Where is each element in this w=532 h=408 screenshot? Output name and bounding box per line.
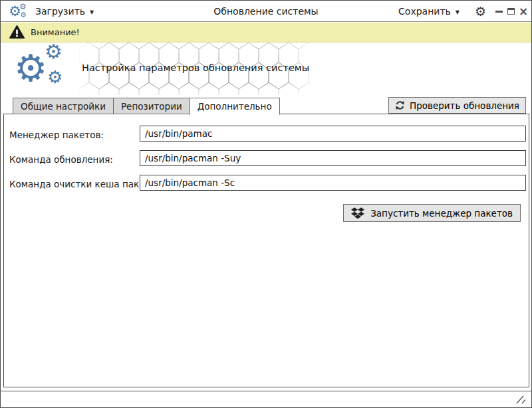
additional-tab-panel: Менеджер пакетов: Команда обновления: Ко… (3, 114, 529, 387)
app-window: ⚙ ⚙ ⚙ Загрузить ▼ Обновление системы Сох… (0, 0, 532, 408)
load-menu-label: Загрузить (35, 6, 85, 17)
update-command-label: Команда обновления: (9, 154, 113, 165)
gear-icon: ⚙ (475, 4, 486, 19)
settings-gear-button[interactable]: ⚙ (475, 1, 486, 22)
app-logo-gears: ⚙ ⚙ ⚙ (14, 45, 75, 95)
gear-icon: ⚙ (19, 3, 27, 11)
tab-label: Дополнительно (198, 101, 272, 112)
update-command-input[interactable] (140, 150, 526, 166)
run-package-manager-label: Запустить менеджер пакетов (370, 208, 513, 219)
title-bar: ⚙ ⚙ ⚙ Загрузить ▼ Обновление системы Сох… (1, 1, 531, 22)
package-manager-box-icon (351, 207, 364, 219)
warning-text: Внимание! (31, 27, 80, 37)
package-manager-label: Менеджер пакетов: (9, 130, 104, 140)
tab-additional[interactable]: Дополнительно (190, 98, 280, 115)
package-manager-input[interactable] (140, 126, 526, 142)
gear-icon: ⚙ (45, 42, 63, 62)
tab-bar: Общие настройки Репозитории Дополнительн… (13, 98, 280, 114)
warning-banner: Внимание! (1, 23, 531, 43)
load-menu-button[interactable]: Загрузить ▼ (35, 1, 94, 22)
check-updates-button[interactable]: Проверить обновления (388, 97, 526, 114)
refresh-icon (395, 100, 405, 110)
tab-label: Репозитории (121, 101, 182, 112)
save-menu-label: Сохранить (398, 6, 451, 17)
tab-general-settings[interactable]: Общие настройки (13, 98, 113, 114)
maximize-button[interactable] (505, 1, 517, 22)
app-gears-icon: ⚙ ⚙ ⚙ (9, 3, 29, 21)
gear-icon: ⚙ (20, 11, 27, 19)
minimize-button[interactable] (493, 1, 505, 22)
warning-triangle-icon (9, 25, 25, 39)
chevron-down-icon: ▼ (90, 9, 94, 15)
check-updates-label: Проверить обновления (410, 100, 519, 111)
close-button[interactable]: × (517, 1, 529, 22)
minimize-icon (495, 11, 503, 13)
close-icon: × (519, 5, 528, 18)
gear-icon: ⚙ (14, 50, 47, 87)
save-menu-button[interactable]: Сохранить ▼ (398, 1, 460, 22)
status-bar (1, 391, 531, 407)
chevron-down-icon: ▼ (456, 9, 460, 15)
resize-grip-icon[interactable] (516, 395, 527, 404)
maximize-icon (507, 8, 515, 15)
gear-icon: ⚙ (47, 68, 63, 86)
cache-clean-command-input[interactable] (140, 175, 526, 191)
page-title: Настройка параметров обновления системы (82, 62, 309, 73)
run-package-manager-button[interactable]: Запустить менеджер пакетов (343, 204, 521, 222)
tab-repositories[interactable]: Репозитории (113, 98, 190, 114)
tab-label: Общие настройки (21, 101, 106, 112)
